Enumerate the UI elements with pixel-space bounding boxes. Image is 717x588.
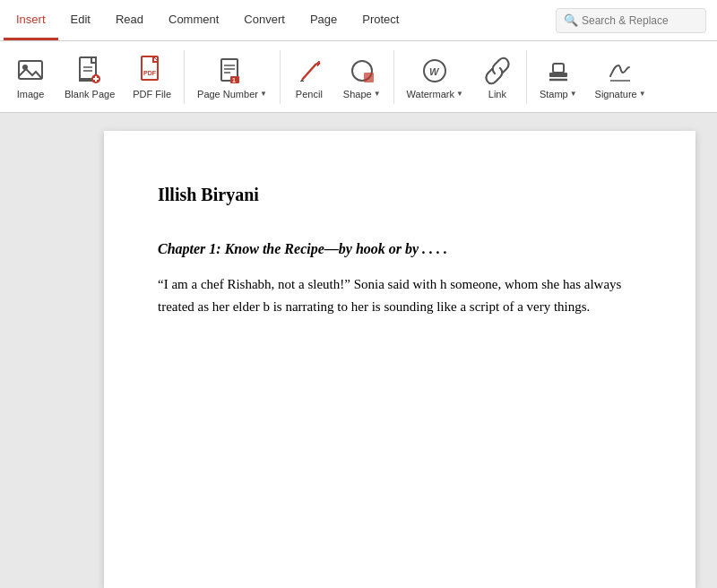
toolbar-shape-label: Shape ▼: [343, 89, 381, 99]
menu-item-read[interactable]: Read: [103, 0, 156, 40]
svg-text:W: W: [429, 66, 440, 77]
toolbar-shape[interactable]: Shape ▼: [336, 47, 388, 108]
menu-label-read: Read: [116, 13, 143, 26]
toolbar-link-label: Link: [488, 89, 506, 99]
search-box[interactable]: 🔍: [556, 8, 706, 33]
toolbar-page-number[interactable]: 1 Page Number ▼: [190, 47, 274, 108]
toolbar-image[interactable]: Image: [7, 47, 54, 108]
toolbar-pdf-file[interactable]: PDF PDF File: [125, 47, 178, 108]
shape-icon: [346, 55, 378, 87]
toolbar-image-label: Image: [17, 89, 45, 99]
search-input[interactable]: [582, 14, 698, 27]
svg-text:1: 1: [232, 77, 236, 83]
menu-item-comment[interactable]: Comment: [156, 0, 231, 40]
svg-rect-8: [142, 56, 158, 80]
stamp-icon: [542, 55, 574, 87]
svg-rect-22: [553, 64, 564, 73]
link-icon: [481, 55, 514, 87]
toolbar-stamp-label: Stamp ▼: [540, 89, 577, 99]
pencil-icon: [293, 55, 325, 87]
menu-label-page: Page: [310, 13, 337, 26]
toolbar-pdf-file-label: PDF File: [133, 89, 171, 99]
document-title: Illish Biryani: [158, 185, 642, 205]
svg-rect-18: [364, 73, 374, 82]
toolbar-signature-label: Signature ▼: [595, 89, 646, 99]
toolbar-page-number-label: Page Number ▼: [197, 89, 267, 99]
toolbar-pencil[interactable]: Pencil: [286, 47, 333, 108]
sidebar: [0, 113, 86, 588]
toolbar-blank-page-label: Blank Page: [65, 89, 115, 99]
image-icon: [14, 55, 47, 87]
divider-4: [526, 50, 527, 104]
toolbar-signature[interactable]: Signature ▼: [588, 47, 653, 108]
menu-label-comment: Comment: [168, 13, 219, 26]
toolbar-watermark-label: Watermark ▼: [407, 89, 463, 99]
svg-line-16: [302, 64, 316, 80]
toolbar-watermark[interactable]: W Watermark ▼: [400, 47, 471, 108]
toolbar: Image Blank Page: [0, 41, 717, 113]
menu-label-convert: Convert: [244, 13, 285, 26]
menu-bar: Insert Edit Read Comment Convert Page Pr…: [0, 0, 717, 41]
menu-item-edit[interactable]: Edit: [58, 0, 103, 40]
toolbar-stamp[interactable]: Stamp ▼: [532, 47, 584, 108]
page-canvas: Illish Biryani Chapter 1: Know the Recip…: [86, 113, 717, 588]
page-number-icon: 1: [216, 55, 248, 87]
menu-label-protect: Protect: [362, 13, 399, 26]
watermark-icon: W: [419, 55, 451, 87]
signature-icon: [604, 55, 636, 87]
toolbar-link[interactable]: Link: [474, 47, 521, 108]
menu-label-edit: Edit: [71, 13, 91, 26]
menu-item-convert[interactable]: Convert: [231, 0, 298, 40]
toolbar-pencil-label: Pencil: [296, 89, 323, 99]
svg-text:PDF: PDF: [143, 70, 157, 76]
pdf-file-icon: PDF: [136, 55, 168, 87]
menu-item-insert[interactable]: Insert: [4, 0, 58, 40]
menu-item-protect[interactable]: Protect: [350, 0, 411, 40]
chapter-heading: Chapter 1: Know the Recipe—by hook or by…: [158, 241, 642, 257]
menu-item-page[interactable]: Page: [298, 0, 350, 40]
pdf-page: Illish Biryani Chapter 1: Know the Recip…: [104, 131, 695, 588]
menu-label-insert: Insert: [16, 13, 46, 26]
divider-1: [184, 50, 185, 104]
body-text: “I am a chef Rishabh, not a sleuth!” Son…: [158, 273, 642, 318]
toolbar-blank-page[interactable]: Blank Page: [57, 47, 122, 108]
divider-2: [280, 50, 281, 104]
content-area: Illish Biryani Chapter 1: Know the Recip…: [0, 113, 717, 588]
search-icon: 🔍: [564, 13, 578, 27]
body-text-content: “I am a chef Rishabh, not a sleuth!” Son…: [158, 277, 621, 314]
divider-3: [393, 50, 394, 104]
blank-page-icon: [73, 55, 106, 87]
